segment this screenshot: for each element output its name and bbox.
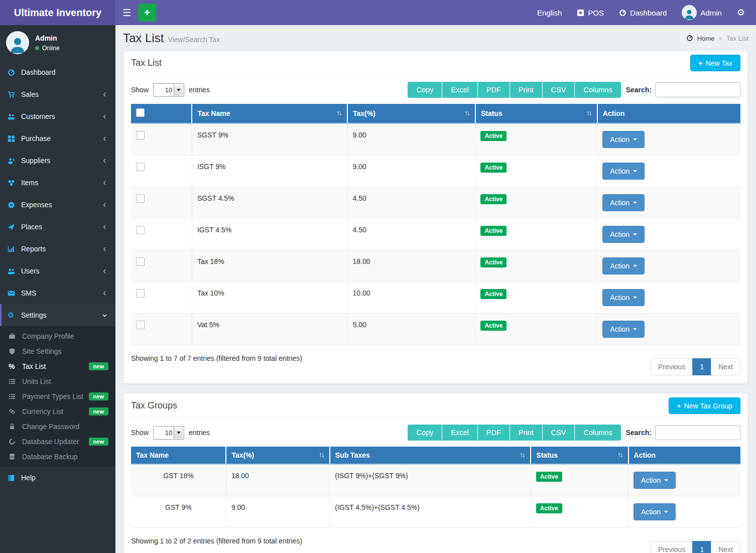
new-tax-button[interactable]: +New Tax xyxy=(690,55,740,71)
column-header-tax-percent[interactable]: Tax(%) xyxy=(347,104,475,123)
list-icon xyxy=(9,393,22,400)
next-page-button[interactable]: Next xyxy=(711,358,740,375)
sidebar-item-reports[interactable]: Reports xyxy=(0,238,115,260)
sidebar-item-places[interactable]: Places xyxy=(0,216,115,238)
submenu-item-units-list[interactable]: Units List xyxy=(0,374,115,389)
page-size-select[interactable]: 10 xyxy=(153,426,184,440)
submenu-item-company-profile[interactable]: Company Profile xyxy=(0,329,115,344)
action-dropdown-button[interactable]: Action xyxy=(602,321,645,338)
row-checkbox[interactable] xyxy=(136,321,145,329)
brand-logo[interactable]: Ultimate Inventory xyxy=(0,0,115,25)
tachometer-icon xyxy=(8,69,21,76)
previous-page-button[interactable]: Previous xyxy=(651,541,693,553)
nav-pos[interactable]: POS xyxy=(577,9,604,17)
previous-page-button[interactable]: Previous xyxy=(651,358,693,375)
action-dropdown-button[interactable]: Action xyxy=(634,503,676,520)
sidebar-item-settings[interactable]: ⚙ Settings xyxy=(0,304,115,326)
row-checkbox[interactable] xyxy=(136,226,145,234)
entries-label: entries xyxy=(189,429,210,437)
copy-button[interactable]: Copy xyxy=(408,425,442,441)
sidebar-item-expenses[interactable]: Expenses xyxy=(0,194,115,216)
sort-icon xyxy=(318,452,325,459)
sidebar-item-purchase[interactable]: Purchase xyxy=(0,127,115,150)
tax-percent-cell: 4.50 xyxy=(347,187,475,219)
nav-language[interactable]: English xyxy=(537,9,562,17)
column-header-status[interactable]: Status xyxy=(531,447,628,464)
csv-button[interactable]: CSV xyxy=(543,82,575,98)
table-info: Showing 1 to 7 of 7 entries (filtered fr… xyxy=(131,352,302,362)
sidebar-item-dashboard[interactable]: Dashboard xyxy=(0,61,115,83)
sidebar-item-sales[interactable]: Sales xyxy=(0,83,115,105)
breadcrumb-home[interactable]: Home xyxy=(697,35,715,42)
export-button-group: Copy Excel PDF Print CSV Columns xyxy=(408,425,620,441)
action-dropdown-button[interactable]: Action xyxy=(602,289,645,306)
table-row: Tax 10% 10.00 Active Action xyxy=(131,282,740,314)
gears-icon[interactable]: ⚙ xyxy=(737,8,745,17)
page-number-button[interactable]: 1 xyxy=(692,358,711,375)
submenu-item-database-backup[interactable]: Database Backup xyxy=(0,449,115,464)
columns-button[interactable]: Columns xyxy=(575,425,620,441)
sidebar-item-customers[interactable]: Customers xyxy=(0,105,115,127)
row-checkbox[interactable] xyxy=(136,257,145,266)
row-checkbox[interactable] xyxy=(136,131,145,140)
print-button[interactable]: Print xyxy=(510,425,543,441)
sidebar-item-help[interactable]: Help xyxy=(0,467,115,489)
row-checkbox[interactable] xyxy=(136,194,145,203)
sidebar-toggle-icon[interactable]: ☰ xyxy=(122,7,131,19)
sidebar-item-items[interactable]: Items xyxy=(0,172,115,194)
next-page-button[interactable]: Next xyxy=(711,541,740,553)
action-dropdown-button[interactable]: Action xyxy=(602,163,645,180)
sidebar-item-suppliers[interactable]: Suppliers xyxy=(0,150,115,172)
new-badge: new xyxy=(89,407,108,416)
submenu-item-change-password[interactable]: Change Password xyxy=(0,419,115,434)
search-input[interactable] xyxy=(655,82,740,97)
excel-button[interactable]: Excel xyxy=(442,425,477,441)
submenu-item-tax-list[interactable]: % Tax List new xyxy=(0,359,115,374)
tax-name-cell: IGST 4.5% xyxy=(192,219,347,250)
column-header-sub-taxes[interactable]: Sub Taxes xyxy=(330,447,531,464)
select-all-checkbox[interactable] xyxy=(136,108,145,117)
row-checkbox[interactable] xyxy=(136,163,145,171)
status-badge: Active xyxy=(536,472,562,482)
new-tax-group-button[interactable]: +New Tax Group xyxy=(669,397,740,414)
column-header-status[interactable]: Status xyxy=(475,104,597,123)
print-button[interactable]: Print xyxy=(510,82,543,98)
submenu-item-database-updater[interactable]: Database Updater new xyxy=(0,434,115,449)
nav-dashboard[interactable]: Dashboard xyxy=(619,9,667,17)
table-row: IGST 4.5% 4.50 Active Action xyxy=(131,219,740,250)
search-input[interactable] xyxy=(655,425,740,440)
csv-button[interactable]: CSV xyxy=(543,425,575,441)
avatar xyxy=(682,5,697,20)
column-header-tax-name[interactable]: Tax Name xyxy=(131,447,226,464)
sidebar-item-users[interactable]: Users xyxy=(0,260,115,282)
pdf-button[interactable]: PDF xyxy=(478,82,510,98)
nav-user[interactable]: Admin xyxy=(682,5,722,20)
action-dropdown-button[interactable]: Action xyxy=(602,194,645,211)
page-number-button[interactable]: 1 xyxy=(692,541,711,553)
action-dropdown-button[interactable]: Action xyxy=(602,257,645,274)
table-row: GST 9% 9.00 (IGST 4.5%)+(SGST 4.5%) Acti… xyxy=(131,496,740,528)
action-dropdown-button[interactable]: Action xyxy=(602,226,645,243)
submenu-item-site-settings[interactable]: Site Settings xyxy=(0,344,115,359)
copy-button[interactable]: Copy xyxy=(408,82,442,98)
submenu-item-payment-types-list[interactable]: Payment Types List new xyxy=(0,389,115,404)
column-header-tax-percent[interactable]: Tax(%) xyxy=(226,447,329,464)
action-dropdown-button[interactable]: Action xyxy=(634,472,676,489)
dashboard-icon xyxy=(619,9,626,17)
tax-name-cell: ISGT 9% xyxy=(192,156,347,187)
list-icon xyxy=(9,378,22,385)
excel-button[interactable]: Excel xyxy=(442,82,477,98)
new-badge: new xyxy=(89,438,108,446)
status-badge: Active xyxy=(480,289,507,299)
page-size-select[interactable]: 10 xyxy=(153,83,184,97)
sidebar-item-sms[interactable]: SMS xyxy=(0,282,115,304)
chevron-down-icon xyxy=(101,312,108,319)
table-row: Vat 5% 5.00 Active Action xyxy=(131,314,740,345)
column-header-tax-name[interactable]: Tax Name xyxy=(192,104,347,123)
columns-button[interactable]: Columns xyxy=(575,82,620,98)
quick-add-button[interactable]: + xyxy=(138,4,156,22)
action-dropdown-button[interactable]: Action xyxy=(602,131,645,148)
row-checkbox[interactable] xyxy=(136,289,145,298)
pdf-button[interactable]: PDF xyxy=(478,425,510,441)
submenu-item-currency-list[interactable]: Currency List new xyxy=(0,404,115,419)
